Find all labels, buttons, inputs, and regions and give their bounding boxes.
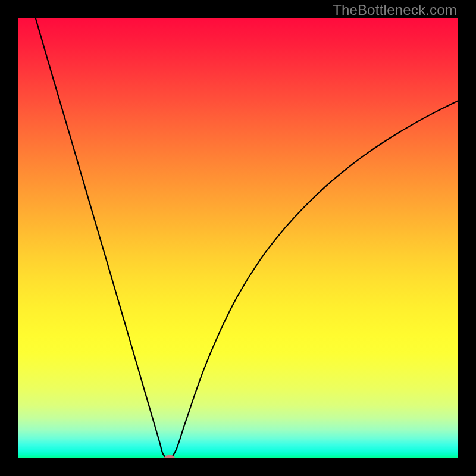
bottleneck-curve	[36, 18, 458, 458]
curve-svg	[18, 18, 458, 458]
plot-area	[18, 18, 458, 458]
chart-frame: TheBottleneck.com	[0, 0, 476, 476]
optimal-point-marker	[164, 455, 175, 459]
watermark-text: TheBottleneck.com	[333, 2, 457, 18]
